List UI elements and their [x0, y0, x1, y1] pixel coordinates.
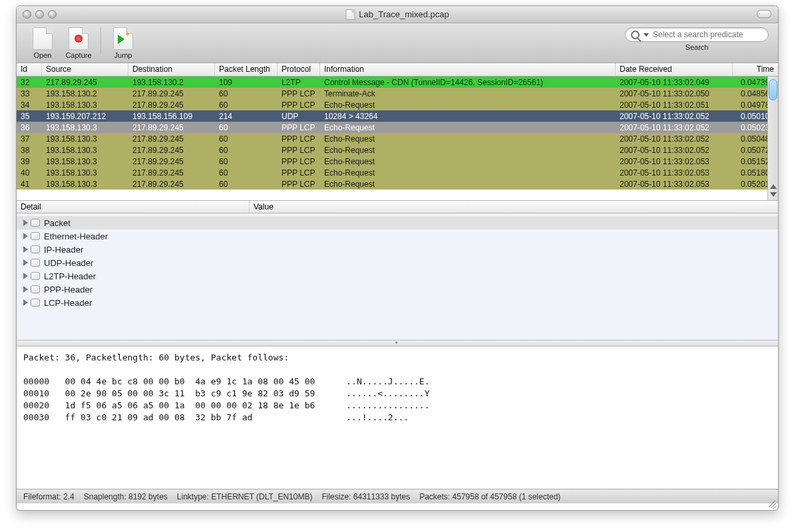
cell-id: 34: [17, 99, 42, 111]
cell-id: 40: [17, 167, 42, 179]
close-icon[interactable]: [23, 10, 31, 19]
cell-protocol: PPP LCP: [278, 133, 320, 145]
detail-tree[interactable]: PacketEthernet-HeaderIP-HeaderUDP-Header…: [17, 213, 778, 340]
col-length[interactable]: Packet Length: [215, 63, 278, 76]
link-icon: [31, 219, 40, 227]
record-icon: [69, 27, 89, 50]
cell-source: 193.158.130.3: [42, 99, 128, 111]
disclosure-triangle-icon[interactable]: [23, 286, 28, 293]
hex-view[interactable]: Packet: 36, Packetlength: 60 bytes, Pack…: [17, 346, 778, 489]
window-title: Lab_Trace_mixed.pcap: [345, 9, 449, 20]
titlebar[interactable]: Lab_Trace_mixed.pcap: [17, 6, 778, 23]
disclosure-triangle-icon[interactable]: [23, 246, 28, 253]
detail-node-label: Ethernet-Header: [44, 231, 108, 241]
col-information[interactable]: Information: [320, 63, 616, 76]
detail-node-label: PPP-Header: [44, 285, 93, 295]
table-row[interactable]: 34193.158.130.3217.89.29.24560PPP LCPEch…: [17, 99, 778, 110]
detail-node-label: IP-Header: [44, 245, 83, 255]
detail-node[interactable]: PPP-Header: [23, 283, 778, 296]
document-icon: [345, 9, 355, 20]
pane-splitter[interactable]: [17, 340, 778, 346]
cell-destination: 217.89.29.245: [128, 133, 215, 145]
chevron-down-icon[interactable]: [644, 33, 649, 37]
cell-info: Terminate-Ack: [320, 88, 616, 100]
status-filesize: Filesize: 64311333 bytes: [321, 492, 410, 501]
cell-info: Echo-Request: [320, 99, 616, 111]
detail-node[interactable]: IP-Header: [23, 243, 778, 256]
detail-node[interactable]: LCP-Header: [23, 296, 778, 309]
cell-id: 38: [17, 144, 42, 156]
toolbar-toggle-icon[interactable]: [757, 10, 771, 18]
detail-node[interactable]: L2TP-Header: [23, 269, 778, 283]
table-row[interactable]: 32217.89.29.245193.158.130.2109L2TPContr…: [17, 76, 778, 88]
packet-list[interactable]: 32217.89.29.245193.158.130.2109L2TPContr…: [17, 76, 778, 200]
cell-length: 60: [215, 178, 278, 190]
col-protocol[interactable]: Protocol: [278, 63, 320, 76]
vertical-scrollbar[interactable]: [767, 76, 778, 200]
search-input[interactable]: [653, 30, 763, 39]
table-row[interactable]: 39193.158.130.3217.89.29.24560PPP LCPEch…: [17, 156, 778, 167]
detail-node-label: LCP-Header: [44, 298, 92, 308]
table-row[interactable]: 35193.159.207.212193.158.156.109214UDP10…: [17, 110, 778, 122]
packet-list-header[interactable]: Id Source Destination Packet Length Prot…: [17, 63, 778, 76]
col-date[interactable]: Date Received: [616, 63, 733, 76]
cell-info: Echo-Request: [320, 144, 616, 156]
cell-date: 2007-05-10 11:33:02.052: [616, 144, 733, 156]
cell-length: 60: [215, 156, 278, 168]
col-destination[interactable]: Destination: [128, 63, 215, 76]
cell-info: Echo-Request: [320, 167, 616, 179]
cell-protocol: PPP LCP: [278, 144, 320, 156]
cell-info: Echo-Request: [320, 122, 616, 134]
cell-length: 214: [215, 110, 278, 122]
minimize-icon[interactable]: [35, 10, 44, 19]
cell-protocol: PPP LCP: [278, 156, 320, 168]
disclosure-triangle-icon[interactable]: [23, 233, 28, 239]
table-row[interactable]: 37193.158.130.3217.89.29.24560PPP LCPEch…: [17, 133, 778, 144]
scroll-thumb[interactable]: [769, 79, 777, 100]
cell-source: 193.158.130.3: [42, 122, 128, 134]
table-row[interactable]: 33193.158.130.2217.89.29.24560PPP LCPTer…: [17, 88, 778, 99]
toolbar-separator: [100, 27, 101, 54]
link-icon: [31, 259, 40, 267]
cell-length: 60: [215, 99, 278, 111]
statusbar: Fileformat: 2.4 Snaplength: 8192 bytes L…: [17, 489, 778, 503]
cell-source: 193.158.130.3: [42, 178, 128, 190]
cell-date: 2007-05-10 11:33:02.052: [616, 110, 733, 122]
disclosure-triangle-icon[interactable]: [23, 259, 28, 266]
col-id[interactable]: Id: [17, 63, 42, 76]
scroll-down-icon[interactable]: [769, 192, 777, 199]
table-row[interactable]: 38193.158.130.3217.89.29.24560PPP LCPEch…: [17, 144, 778, 156]
jump-button[interactable]: ✦ Jump: [105, 27, 141, 59]
cell-destination: 217.89.29.245: [128, 88, 215, 100]
resize-grip-icon[interactable]: [766, 498, 775, 507]
col-value[interactable]: Value: [250, 201, 778, 213]
cell-source: 193.158.130.2: [42, 88, 128, 100]
cell-info: Echo-Request: [320, 133, 616, 145]
cell-info: Echo-Request: [320, 156, 616, 168]
cell-protocol: PPP LCP: [278, 167, 320, 179]
col-source[interactable]: Source: [42, 63, 128, 76]
detail-node[interactable]: Ethernet-Header: [23, 229, 778, 243]
cell-id: 35: [17, 110, 42, 122]
search-field[interactable]: [625, 27, 769, 42]
col-time[interactable]: Time: [733, 63, 778, 76]
cell-info: Control Message - CDN (TunnelID=14426, S…: [320, 76, 616, 88]
disclosure-triangle-icon[interactable]: [23, 299, 28, 306]
detail-header[interactable]: Detail Value: [17, 200, 778, 213]
table-row[interactable]: 36193.158.130.3217.89.29.24560PPP LCPEch…: [17, 122, 778, 133]
table-row[interactable]: 41193.158.130.3217.89.29.24560PPP LCPEch…: [17, 178, 778, 190]
zoom-icon[interactable]: [48, 10, 57, 19]
status-linktype: Linktype: ETHERNET (DLT_EN10MB): [177, 492, 313, 501]
disclosure-triangle-icon[interactable]: [23, 273, 28, 279]
detail-node[interactable]: Packet: [17, 216, 778, 229]
capture-button[interactable]: Capture: [61, 27, 97, 59]
open-button[interactable]: Open: [25, 27, 61, 59]
detail-node[interactable]: UDP-Header: [23, 256, 778, 269]
table-row[interactable]: 40193.158.130.3217.89.29.24560PPP LCPEch…: [17, 167, 778, 178]
scroll-up-icon[interactable]: [769, 184, 777, 191]
col-detail[interactable]: Detail: [17, 201, 250, 213]
cell-date: 2007-05-10 11:33:02.051: [616, 99, 733, 111]
cell-length: 60: [215, 133, 278, 145]
disclosure-triangle-icon[interactable]: [23, 219, 28, 226]
cell-destination: 217.89.29.245: [128, 178, 215, 190]
